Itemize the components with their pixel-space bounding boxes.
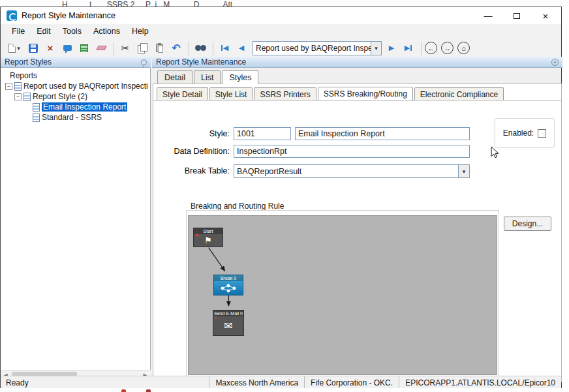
copy-icon xyxy=(138,43,147,53)
break-table-value: BAQReportResult xyxy=(234,167,458,176)
start-marker-icon: ⚑ xyxy=(194,234,199,239)
maximize-button[interactable] xyxy=(506,7,527,24)
memo-button[interactable] xyxy=(59,40,75,56)
main-tab-strip: Detail List Styles xyxy=(157,70,260,83)
rule-group-label: Breaking and Routing Rule xyxy=(189,202,285,211)
toolbar: ▾ × ✂ ↶ ◀ ◀ Report used by BAQReport Ins… xyxy=(1,38,561,58)
minimize-button[interactable]: — xyxy=(478,7,499,24)
style-id-field[interactable]: 1001 xyxy=(234,127,291,140)
style-label: Style: xyxy=(166,129,230,138)
screen: H t SSRS 2 P i M D Att Report Style Main… xyxy=(0,0,569,392)
report-icon xyxy=(14,82,22,91)
main-panel-header: Report Style Maintenance xyxy=(152,57,562,68)
record-selector-combo[interactable]: Report used by BAQReport Inspec ▾ xyxy=(253,41,382,55)
combo-dropdown-icon[interactable]: ▾ xyxy=(458,165,469,177)
next-record-button[interactable]: ▶ xyxy=(384,40,399,56)
first-record-button[interactable]: ◀ xyxy=(217,40,232,56)
delete-icon: × xyxy=(48,42,54,53)
cut-button[interactable]: ✂ xyxy=(117,40,133,56)
taskbar-icon-fragment xyxy=(146,389,151,392)
window-title: Report Style Maintenance xyxy=(22,11,115,20)
collapse-icon[interactable]: − xyxy=(14,93,22,100)
tree-item-report[interactable]: − Report used by BAQReport Inspecti xyxy=(1,81,150,91)
undo-icon: ↶ xyxy=(172,42,180,54)
last-record-button[interactable]: ▶ xyxy=(401,40,416,56)
subtab-baseline xyxy=(153,100,561,101)
taskbar-icon-fragment xyxy=(121,389,126,392)
copy-button[interactable] xyxy=(134,40,150,56)
menu-bar: File Edit Tools Actions Help xyxy=(1,24,561,38)
report-style-icon xyxy=(23,93,31,101)
break-network-icon xyxy=(219,283,238,294)
rule-designer-canvas[interactable]: Start ⚑⚑ Break 0 xyxy=(188,215,497,375)
tab-styles[interactable]: Styles xyxy=(222,70,258,84)
data-definition-label: Data Definition: xyxy=(158,147,230,156)
plus-marker-icon: + xyxy=(214,316,217,321)
paste-button[interactable] xyxy=(151,40,167,56)
search-button[interactable] xyxy=(192,40,208,56)
design-button[interactable]: Design... xyxy=(504,217,551,231)
menu-help[interactable]: Help xyxy=(126,25,155,38)
panel-options-icon[interactable] xyxy=(551,59,559,66)
menu-actions[interactable]: Actions xyxy=(87,25,126,38)
undo-button[interactable]: ↶ xyxy=(168,40,184,56)
back-arrow-icon: ← xyxy=(427,44,435,52)
tree-item-reports[interactable]: Reports xyxy=(1,70,150,81)
mouse-cursor xyxy=(491,146,499,159)
combo-dropdown-icon[interactable]: ▾ xyxy=(371,42,381,55)
forward-button[interactable]: → xyxy=(441,42,454,54)
style-name-field[interactable]: Email Inspection Report xyxy=(295,127,470,140)
back-button[interactable]: ← xyxy=(425,42,437,54)
plant-button[interactable]: ⌂ xyxy=(457,42,470,54)
report-style-maintenance-window: Report Style Maintenance — × File Edit T… xyxy=(0,7,562,388)
paste-icon xyxy=(156,44,163,52)
subtab-ssrs-breaking-routing[interactable]: SSRS Breaking/Routing xyxy=(318,87,413,100)
rule-node-break[interactable]: Break 0 xyxy=(213,275,243,295)
tab-detail[interactable]: Detail xyxy=(157,70,192,83)
menu-tools[interactable]: Tools xyxy=(57,25,87,38)
new-button[interactable]: ▾ xyxy=(5,40,24,56)
previous-record-button[interactable]: ◀ xyxy=(234,40,249,56)
break-table-label: Break Table: xyxy=(166,166,230,175)
styles-sub-tab-strip: Style Detail Style List SSRS Printers SS… xyxy=(157,87,505,100)
styles-tab-page: Style Detail Style List SSRS Printers SS… xyxy=(153,83,562,382)
left-panel-title: Report Styles xyxy=(5,57,52,67)
close-button[interactable]: × xyxy=(535,7,556,24)
toolbar-separator xyxy=(213,42,213,55)
menu-file[interactable]: File xyxy=(6,25,31,38)
first-record-icon xyxy=(221,45,223,51)
main-panel-title: Report Style Maintenance xyxy=(156,57,246,67)
maximize-icon xyxy=(514,13,520,19)
collapse-icon[interactable]: − xyxy=(5,83,12,90)
enabled-checkbox[interactable] xyxy=(538,129,546,138)
close-icon: × xyxy=(543,10,549,22)
background-text-fragment: H t SSRS 2 P i M D Att xyxy=(0,0,232,7)
tree-item-email-inspection-report[interactable]: Email Inspection Report xyxy=(1,102,150,112)
pin-icon[interactable] xyxy=(141,59,147,65)
subtab-ssrs-printers[interactable]: SSRS Printers xyxy=(254,87,316,100)
minimize-icon: — xyxy=(484,11,493,21)
enabled-label: Enabled: xyxy=(503,128,534,138)
app-icon xyxy=(7,10,17,21)
change-log-button[interactable] xyxy=(76,40,92,56)
tab-list[interactable]: List xyxy=(194,70,221,83)
rule-node-send-email[interactable]: Send E-Mail 0 +✉ xyxy=(213,310,244,336)
subtab-style-list[interactable]: Style List xyxy=(209,87,253,100)
subtab-electronic-compliance[interactable]: Electronic Compliance xyxy=(414,87,504,100)
subtab-style-detail[interactable]: Style Detail xyxy=(157,87,208,100)
rule-node-start[interactable]: Start ⚑⚑ xyxy=(193,228,223,247)
rule-group: Start ⚑⚑ Break 0 xyxy=(186,210,499,377)
tree-item-style-folder[interactable]: − Report Style (2) xyxy=(1,91,150,102)
screen-bottom-fragment xyxy=(0,388,569,392)
memo-icon xyxy=(63,45,72,51)
envelope-icon: ✉ xyxy=(224,320,232,332)
save-button[interactable] xyxy=(25,40,41,56)
clear-button[interactable] xyxy=(93,40,109,56)
left-panel-header: Report Styles xyxy=(1,57,151,68)
tree-item-standard-ssrs[interactable]: Standard - SSRS xyxy=(1,112,150,123)
status-bar: Ready Maxcess North America Fife Corpora… xyxy=(1,376,561,389)
data-definition-field[interactable]: InspectionRpt xyxy=(234,145,470,158)
menu-edit[interactable]: Edit xyxy=(31,25,57,38)
break-table-combo[interactable]: BAQReportResult ▾ xyxy=(234,164,470,178)
delete-button[interactable]: × xyxy=(42,40,58,56)
